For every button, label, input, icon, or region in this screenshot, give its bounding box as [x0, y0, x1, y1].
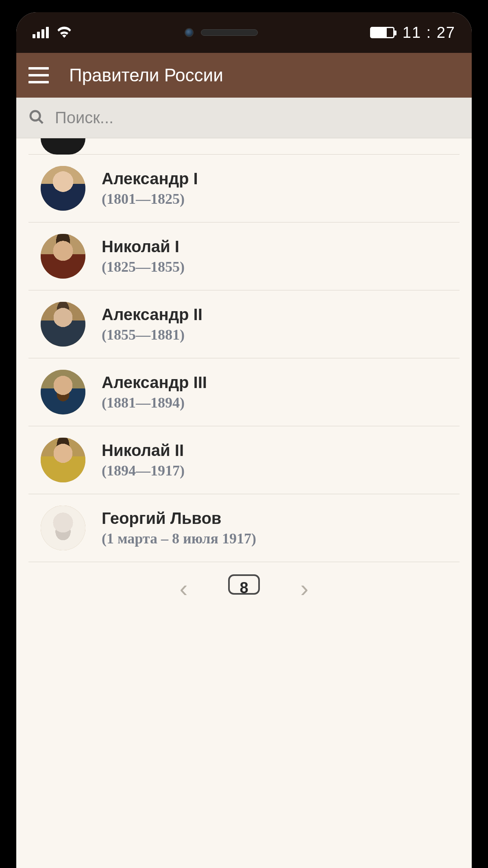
next-page-button[interactable]: ›	[301, 574, 309, 602]
item-text: Александр II(1855—1881)	[102, 305, 447, 343]
svg-point-0	[30, 111, 40, 120]
menu-button[interactable]	[28, 67, 49, 83]
list-item[interactable]: Александр II(1855—1881)	[28, 290, 460, 358]
item-text: Николай II(1894—1917)	[102, 441, 447, 479]
phone-frame: 11 : 27 Правители России Александр I(180…	[0, 0, 488, 868]
ruler-years: (1894—1917)	[102, 462, 447, 479]
list-item[interactable]: Александр III(1881—1894)	[28, 358, 460, 426]
screen: 11 : 27 Правители России Александр I(180…	[16, 12, 472, 868]
pager: ‹ 8 ›	[16, 562, 472, 602]
app-header: Правители России	[16, 53, 472, 98]
search-icon	[28, 109, 45, 127]
ruler-name: Николай I	[102, 238, 447, 256]
ruler-years: (1801—1825)	[102, 190, 447, 207]
ruler-name: Александр II	[102, 305, 447, 324]
ruler-years: (1 марта – 8 июля 1917)	[102, 530, 447, 547]
search-bar[interactable]	[16, 98, 472, 138]
app-title: Правители России	[69, 65, 223, 85]
avatar	[41, 234, 85, 279]
svg-line-1	[39, 119, 43, 123]
camera-dot	[185, 28, 194, 37]
ruler-years: (1825—1855)	[102, 258, 447, 275]
list-item-partial[interactable]	[28, 138, 460, 155]
list-item[interactable]: Николай I(1825—1855)	[28, 222, 460, 290]
status-bar: 11 : 27	[16, 12, 472, 53]
battery-icon	[370, 27, 394, 38]
page-number[interactable]: 8	[228, 574, 259, 595]
wifi-icon	[56, 26, 72, 39]
signal-icon	[33, 27, 49, 38]
avatar	[41, 506, 85, 550]
list-item[interactable]: Николай II(1894—1917)	[28, 426, 460, 494]
ruler-name: Александр III	[102, 373, 447, 392]
ruler-name: Александр I	[102, 170, 447, 188]
list-item[interactable]: Александр I(1801—1825)	[28, 155, 460, 222]
speaker-slot	[201, 29, 258, 36]
ruler-years: (1881—1894)	[102, 394, 447, 411]
avatar	[41, 302, 85, 347]
avatar	[41, 166, 85, 211]
ruler-years: (1855—1881)	[102, 326, 447, 343]
item-text: Александр I(1801—1825)	[102, 170, 447, 207]
ruler-name: Николай II	[102, 441, 447, 460]
avatar	[41, 138, 85, 155]
ruler-name: Георгий Львов	[102, 509, 447, 528]
list-item[interactable]: Георгий Львов(1 марта – 8 июля 1917)	[28, 494, 460, 562]
item-text: Георгий Львов(1 марта – 8 июля 1917)	[102, 509, 447, 547]
avatar	[41, 370, 85, 414]
avatar	[41, 438, 85, 482]
item-text: Александр III(1881—1894)	[102, 373, 447, 411]
ruler-list[interactable]: Александр I(1801—1825)Николай I(1825—185…	[16, 138, 472, 562]
search-input[interactable]	[55, 109, 460, 127]
item-text: Николай I(1825—1855)	[102, 238, 447, 275]
clock: 11 : 27	[403, 24, 455, 41]
prev-page-button[interactable]: ‹	[179, 574, 187, 602]
